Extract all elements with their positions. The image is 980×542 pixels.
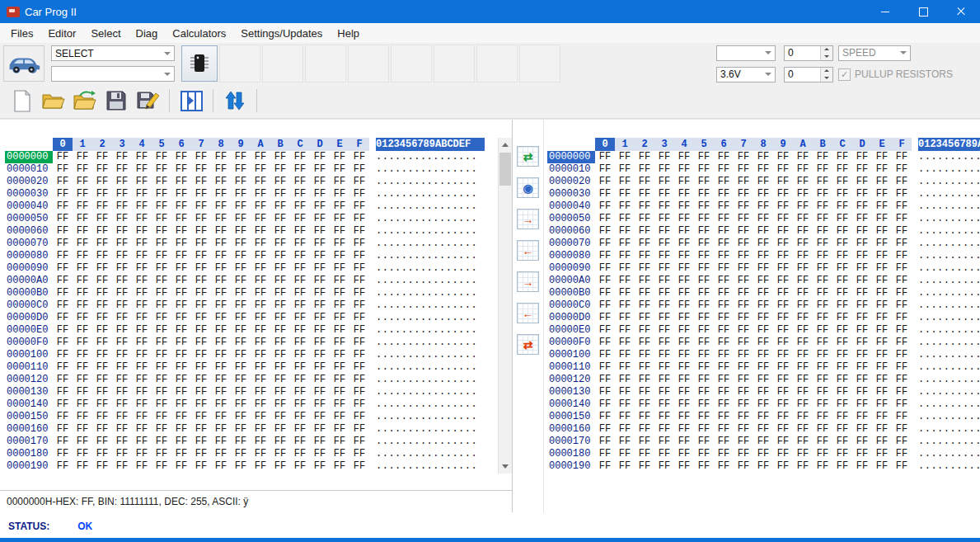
move-right-icon[interactable]: → xyxy=(517,271,539,292)
byte-cell[interactable]: FF xyxy=(793,436,813,448)
byte-cell[interactable]: FF xyxy=(793,411,813,423)
ascii-cell[interactable]: ................ xyxy=(918,176,980,188)
byte-cell[interactable]: FF xyxy=(310,460,330,473)
byte-cell[interactable]: FF xyxy=(211,361,231,374)
byte-cell[interactable]: FF xyxy=(270,213,290,225)
address-cell[interactable]: 0000050 xyxy=(5,213,53,225)
table-view-button[interactable] xyxy=(176,86,207,115)
byte-cell[interactable]: FF xyxy=(694,423,714,436)
byte-cell[interactable]: FF xyxy=(349,448,369,460)
byte-cell[interactable]: FF xyxy=(872,287,892,299)
fill-transfer-icon[interactable]: ⇄ xyxy=(517,146,539,167)
byte-cell[interactable]: FF xyxy=(694,448,714,460)
byte-cell[interactable]: FF xyxy=(112,398,132,411)
byte-cell[interactable]: FF xyxy=(171,200,191,213)
address-cell[interactable]: 0000060 xyxy=(5,225,53,238)
byte-cell[interactable]: FF xyxy=(714,386,734,398)
byte-cell[interactable]: FF xyxy=(872,225,892,238)
byte-cell[interactable]: FF xyxy=(694,151,714,163)
byte-cell[interactable]: FF xyxy=(753,299,773,312)
byte-cell[interactable]: FF xyxy=(349,200,369,213)
byte-cell[interactable]: FF xyxy=(349,287,369,299)
byte-cell[interactable]: FF xyxy=(270,238,290,250)
byte-cell[interactable]: FF xyxy=(813,250,832,262)
byte-cell[interactable]: FF xyxy=(813,151,832,163)
byte-cell[interactable]: FF xyxy=(132,361,152,374)
byte-cell[interactable]: FF xyxy=(92,337,112,349)
byte-cell[interactable]: FF xyxy=(832,299,852,312)
byte-cell[interactable]: FF xyxy=(191,423,211,436)
byte-cell[interactable]: FF xyxy=(132,151,152,163)
byte-cell[interactable]: FF xyxy=(310,176,330,188)
byte-cell[interactable]: FF xyxy=(734,411,753,423)
byte-cell[interactable]: FF xyxy=(734,398,753,411)
byte-cell[interactable]: FF xyxy=(615,188,635,200)
byte-cell[interactable]: FF xyxy=(773,151,793,163)
byte-cell[interactable]: FF xyxy=(773,398,793,411)
byte-cell[interactable]: FF xyxy=(290,225,310,238)
byte-cell[interactable]: FF xyxy=(813,275,832,287)
byte-cell[interactable]: FF xyxy=(191,238,211,250)
byte-cell[interactable]: FF xyxy=(734,188,753,200)
byte-cell[interactable]: FF xyxy=(832,176,852,188)
address-cell[interactable]: 0000180 xyxy=(5,448,53,460)
byte-cell[interactable]: FF xyxy=(674,349,694,361)
byte-cell[interactable]: FF xyxy=(112,324,132,337)
address-cell[interactable]: 0000050 xyxy=(547,213,595,225)
byte-cell[interactable]: FF xyxy=(171,213,191,225)
byte-cell[interactable]: FF xyxy=(813,386,832,398)
byte-cell[interactable]: FF xyxy=(753,238,773,250)
byte-cell[interactable]: FF xyxy=(753,349,773,361)
byte-cell[interactable]: FF xyxy=(793,225,813,238)
byte-cell[interactable]: FF xyxy=(674,411,694,423)
byte-cell[interactable]: FF xyxy=(231,386,251,398)
byte-cell[interactable]: FF xyxy=(832,349,852,361)
byte-cell[interactable]: FF xyxy=(53,176,73,188)
byte-cell[interactable]: FF xyxy=(773,213,793,225)
byte-cell[interactable]: FF xyxy=(112,287,132,299)
byte-cell[interactable]: FF xyxy=(73,349,92,361)
address-cell[interactable]: 0000000 xyxy=(5,151,53,163)
byte-cell[interactable]: FF xyxy=(132,460,152,473)
byte-cell[interactable]: FF xyxy=(793,299,813,312)
byte-cell[interactable]: FF xyxy=(231,287,251,299)
byte-cell[interactable]: FF xyxy=(191,398,211,411)
byte-cell[interactable]: FF xyxy=(872,250,892,262)
byte-cell[interactable]: FF xyxy=(773,411,793,423)
byte-cell[interactable]: FF xyxy=(251,361,270,374)
byte-cell[interactable]: FF xyxy=(773,436,793,448)
byte-cell[interactable]: FF xyxy=(112,337,132,349)
address-cell[interactable]: 00000A0 xyxy=(547,275,595,287)
byte-cell[interactable]: FF xyxy=(92,151,112,163)
byte-cell[interactable]: FF xyxy=(753,448,773,460)
byte-cell[interactable]: FF xyxy=(53,312,73,324)
byte-cell[interactable]: FF xyxy=(231,176,251,188)
byte-cell[interactable]: FF xyxy=(73,151,92,163)
byte-cell[interactable]: FF xyxy=(773,312,793,324)
ascii-cell[interactable]: ................ xyxy=(918,188,980,200)
byte-cell[interactable]: FF xyxy=(813,312,832,324)
byte-cell[interactable]: FF xyxy=(832,448,852,460)
byte-cell[interactable]: FF xyxy=(349,361,369,374)
byte-cell[interactable]: FF xyxy=(694,262,714,275)
vertical-scrollbar[interactable] xyxy=(498,138,512,474)
byte-cell[interactable]: FF xyxy=(813,423,832,436)
byte-cell[interactable]: FF xyxy=(270,188,290,200)
byte-cell[interactable]: FF xyxy=(171,411,191,423)
byte-cell[interactable]: FF xyxy=(615,448,635,460)
byte-cell[interactable]: FF xyxy=(53,436,73,448)
byte-cell[interactable]: FF xyxy=(635,398,654,411)
address-cell[interactable]: 0000060 xyxy=(547,225,595,238)
byte-cell[interactable]: FF xyxy=(349,398,369,411)
byte-cell[interactable]: FF xyxy=(231,238,251,250)
byte-cell[interactable]: FF xyxy=(53,349,73,361)
byte-cell[interactable]: FF xyxy=(53,448,73,460)
ascii-cell[interactable]: ................ xyxy=(918,262,980,275)
byte-cell[interactable]: FF xyxy=(615,299,635,312)
byte-cell[interactable]: FF xyxy=(270,151,290,163)
byte-cell[interactable]: FF xyxy=(152,374,171,386)
byte-cell[interactable]: FF xyxy=(595,275,615,287)
byte-cell[interactable]: FF xyxy=(793,275,813,287)
address-cell[interactable]: 00000F0 xyxy=(547,337,595,349)
byte-cell[interactable]: FF xyxy=(231,312,251,324)
